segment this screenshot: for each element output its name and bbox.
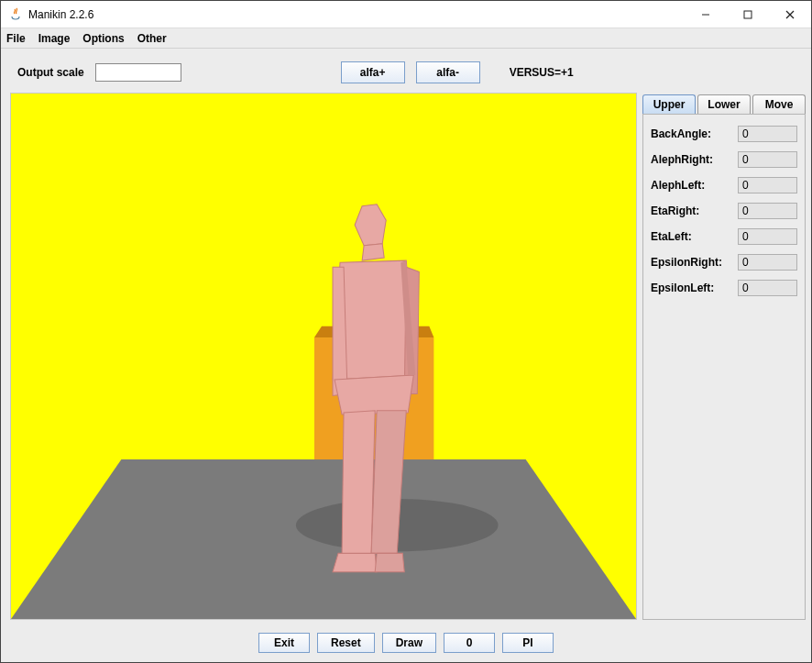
backangle-input[interactable] [738, 126, 797, 142]
java-icon [8, 7, 23, 22]
etaright-input[interactable] [738, 203, 797, 219]
svg-marker-16 [333, 553, 377, 571]
menu-file[interactable]: File [6, 32, 26, 45]
svg-marker-17 [375, 553, 404, 571]
epsilonright-input[interactable] [738, 254, 797, 271]
tab-lower[interactable]: Lower [697, 94, 751, 114]
svg-marker-14 [342, 411, 375, 556]
alephleft-input[interactable] [738, 177, 797, 193]
svg-marker-8 [355, 204, 386, 246]
epsilonleft-input[interactable] [738, 280, 797, 296]
backangle-label: BackAngle: [651, 127, 738, 140]
reset-button[interactable]: Reset [317, 633, 375, 653]
tab-upper[interactable]: Upper [642, 94, 696, 114]
3d-viewport[interactable] [10, 93, 637, 620]
menu-image[interactable]: Image [38, 32, 71, 45]
versus-label: VERSUS=+1 [510, 66, 574, 79]
menu-options[interactable]: Options [82, 32, 124, 45]
etaleft-label: EtaLeft: [651, 230, 738, 243]
draw-button[interactable]: Draw [382, 633, 436, 653]
bottom-toolbar: Exit Reset Draw 0 PI [1, 625, 811, 662]
titlebar: Manikin 2.2.6 [1, 1, 811, 28]
menubar: File Image Options Other [1, 28, 811, 49]
alfa-minus-button[interactable]: alfa- [416, 61, 480, 83]
side-panel: Upper Lower Move BackAngle: AlephRight: … [642, 93, 806, 620]
alephleft-label: AlephLeft: [651, 179, 738, 192]
close-button[interactable] [769, 1, 811, 28]
tab-strip: Upper Lower Move [642, 93, 806, 114]
alephright-label: AlephRight: [651, 153, 738, 166]
top-toolbar: Output scale alfa+ alfa- VERSUS=+1 [1, 49, 811, 93]
epsilonleft-label: EpsilonLeft: [651, 282, 738, 294]
etaleft-input[interactable] [738, 228, 797, 245]
alfa-plus-button[interactable]: alfa+ [341, 61, 405, 83]
zero-button[interactable]: 0 [444, 633, 495, 653]
window-title: Manikin 2.2.6 [28, 8, 93, 21]
tab-body-upper: BackAngle: AlephRight: AlephLeft: EtaRig… [642, 114, 806, 620]
menu-other[interactable]: Other [137, 32, 167, 45]
svg-rect-1 [744, 11, 752, 18]
etaright-label: EtaRight: [651, 204, 738, 217]
output-scale-label: Output scale [17, 66, 84, 79]
minimize-button[interactable] [685, 1, 727, 28]
maximize-button[interactable] [727, 1, 769, 28]
output-scale-input[interactable] [95, 63, 181, 82]
tab-move[interactable]: Move [752, 94, 806, 114]
svg-marker-9 [362, 244, 384, 260]
pi-button[interactable]: PI [502, 633, 554, 653]
epsilonright-label: EpsilonRight: [651, 256, 738, 269]
exit-button[interactable]: Exit [258, 633, 310, 653]
svg-marker-13 [335, 375, 413, 414]
alephright-input[interactable] [738, 151, 797, 168]
